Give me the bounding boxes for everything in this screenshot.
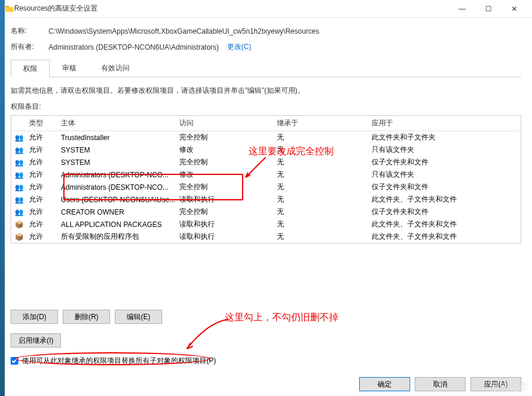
cell-access: 读取和执行 [179,219,277,229]
cell-apply: 此文件夹和子文件夹 [372,132,517,142]
cell-access: 修改 [179,170,277,180]
titlebar: Resources的高级安全设置 — ☐ ✕ [0,0,532,18]
cell-inherit: 无 [277,145,372,155]
hint-text: 如需其他信息，请双击权限项目。若要修改权限项目，请选择该项目并单击"编辑"(如果… [11,86,521,96]
principal-icon [15,171,24,179]
remove-button[interactable]: 删除(R) [63,310,110,324]
cell-type: 允许 [29,132,61,142]
table-row[interactable]: 允许TrustedInstaller完全控制无此文件夹和子文件夹 [11,131,521,144]
cell-inherit: 无 [277,182,372,192]
change-owner-link[interactable]: 更改(C) [227,42,252,52]
cell-inherit: 无 [277,157,372,167]
table-row[interactable]: 允许Administrators (DESKTOP-NCO...完全控制无仅子文… [11,181,521,193]
replace-child-permissions-label: 使用可从此对象继承的权限项目替换所有子对象的权限项目(P) [22,356,216,366]
minimize-button[interactable]: — [449,1,475,17]
principal-icon [15,233,24,241]
name-value: C:\Windows\SystemApps\Microsoft.XboxGame… [49,27,320,35]
table-header: 类型 主体 访问 继承于 应用于 [11,116,521,131]
cell-type: 允许 [29,182,61,192]
cell-access: 读取和执行 [179,194,277,205]
entries-label: 权限条目: [11,102,521,112]
tab-effective-access[interactable]: 有效访问 [89,59,142,77]
cell-apply: 此文件夹、子文件夹和文件 [372,219,517,229]
cell-type: 允许 [29,145,61,155]
col-apply[interactable]: 应用于 [372,118,517,128]
maximize-button[interactable]: ☐ [475,1,501,17]
table-row[interactable]: 允许SYSTEM修改无只有该文件夹 [11,144,521,156]
cell-apply: 仅子文件夹和文件 [372,157,517,167]
principal-icon [15,134,24,142]
cell-access: 完全控制 [179,182,277,192]
cell-access: 完全控制 [179,157,277,167]
cancel-button[interactable]: 取消 [415,377,466,391]
permissions-table: 类型 主体 访问 继承于 应用于 允许TrustedInstaller完全控制无… [11,115,521,244]
cell-apply: 只有该文件夹 [372,145,517,155]
cell-inherit: 无 [277,194,372,205]
cell-apply: 仅子文件夹和文件 [372,182,517,192]
name-label: 名称: [11,26,49,36]
cell-principal: ALL APPLICATION PACKAGES [61,220,179,229]
table-row[interactable]: 允许所有受限制的应用程序包读取和执行无此文件夹、子文件夹和文件 [11,231,521,243]
cell-principal: Users (DESKTOP-NCON6UA\Use... [61,196,179,204]
add-button[interactable]: 添加(D) [11,310,58,324]
cell-type: 允许 [29,219,61,229]
cell-inherit: 无 [277,232,372,242]
col-principal[interactable]: 主体 [61,118,179,128]
principal-icon [15,158,24,167]
cell-principal: SYSTEM [61,146,179,154]
cell-access: 完全控制 [179,207,277,217]
owner-value: Administrators (DESKTOP-NCON6UA\Administ… [49,43,219,51]
cell-access: 完全控制 [179,132,277,142]
principal-icon [15,183,24,191]
principal-icon [15,196,24,204]
folder-icon [5,4,14,14]
col-access[interactable]: 访问 [179,118,277,128]
col-inherit[interactable]: 继承于 [277,118,372,128]
cell-inherit: 无 [277,170,372,180]
table-row[interactable]: 允许CREATOR OWNER完全控制无仅子文件夹和文件 [11,206,521,218]
col-type[interactable]: 类型 [29,118,61,128]
cell-principal: SYSTEM [61,158,179,167]
cell-type: 允许 [29,170,61,180]
principal-icon [15,220,24,229]
table-row[interactable]: 允许ALL APPLICATION PACKAGES读取和执行无此文件夹、子文件… [11,218,521,231]
dialog-footer: 确定 取消 应用(A) [359,377,521,391]
cell-type: 允许 [29,207,61,217]
close-button[interactable]: ✕ [501,1,527,17]
cell-apply: 仅子文件夹和文件 [372,207,517,217]
cell-inherit: 无 [277,219,372,229]
cell-principal: Administrators (DESKTOP-NCO... [61,183,179,191]
cell-type: 允许 [29,157,61,167]
cell-apply: 此文件夹、子文件夹和文件 [372,194,517,205]
apply-button[interactable]: 应用(A) [470,377,521,391]
ok-button[interactable]: 确定 [359,377,410,391]
edit-button[interactable]: 编辑(E) [115,310,162,324]
cell-inherit: 无 [277,207,372,217]
tab-auditing[interactable]: 审核 [50,59,89,77]
tabs: 权限 审核 有效访问 [11,59,521,77]
table-row[interactable]: 允许Administrators (DESKTOP-NCO...修改无只有该文件… [11,168,521,181]
cell-access: 修改 [179,145,277,155]
cell-apply: 只有该文件夹 [372,170,517,180]
cell-principal: TrustedInstaller [61,134,179,142]
cell-principal: CREATOR OWNER [61,208,179,216]
principal-icon [15,146,24,154]
window-title: Resources的高级安全设置 [14,4,449,14]
enable-inheritance-button[interactable]: 启用继承(I) [11,333,61,348]
principal-icon [15,208,24,216]
cell-access: 读取和执行 [179,232,277,242]
desktop-edge [0,0,5,396]
cell-apply: 此文件夹、子文件夹和文件 [372,232,517,242]
cell-principal: 所有受限制的应用程序包 [61,232,179,242]
cell-type: 允许 [29,194,61,205]
owner-label: 所有者: [11,42,49,52]
cell-principal: Administrators (DESKTOP-NCO... [61,171,179,179]
tab-permissions[interactable]: 权限 [11,60,50,77]
cell-inherit: 无 [277,132,372,142]
table-row[interactable]: 允许Users (DESKTOP-NCON6UA\Use...读取和执行无此文件… [11,193,521,206]
table-row[interactable]: 允许SYSTEM完全控制无仅子文件夹和文件 [11,156,521,168]
replace-child-permissions-checkbox[interactable] [11,357,18,365]
cell-type: 允许 [29,232,61,242]
